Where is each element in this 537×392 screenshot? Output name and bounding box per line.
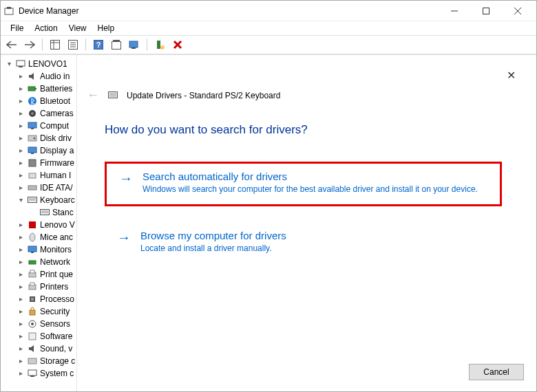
tree-node[interactable]: ▸Cameras [2,107,82,120]
expand-icon[interactable]: ▸ [17,308,25,316]
menu-view[interactable]: View [63,22,92,34]
expand-icon[interactable]: ▸ [17,160,25,167]
expand-icon[interactable]: ▸ [17,358,25,365]
tree-node[interactable]: ▸Storage c [2,355,82,367]
svg-point-29 [31,112,34,115]
menu-action[interactable]: Action [29,22,63,34]
maximize-button[interactable] [470,1,502,21]
tree-node[interactable]: ▸Sound, v [2,342,82,355]
device-category-icon [27,232,38,243]
show-hide-tree-button[interactable] [47,36,63,53]
dialog-back-button[interactable]: ← [87,88,99,102]
forward-button[interactable] [21,36,38,53]
add-legacy-hardware-button[interactable] [151,36,168,53]
computer-icon [15,58,26,69]
device-category-icon [27,170,38,181]
tree-node[interactable]: ▸Sensors [2,318,82,330]
uninstall-device-button[interactable] [169,36,186,53]
tree-leaf[interactable]: Stanc [2,206,82,219]
tree-root[interactable]: ▾ LENOVO1 [2,58,82,70]
expand-icon[interactable]: ▸ [17,184,25,192]
tree-node-label: Sensors [40,318,70,330]
device-category-icon [27,343,38,354]
tree-node[interactable]: ▸Security [2,305,82,318]
expand-icon[interactable]: ▸ [17,246,25,254]
tree-node[interactable]: ▸Mice anc [2,231,82,243]
tree-node[interactable]: ▸Batteries [2,83,82,95]
expand-icon[interactable]: ▸ [17,172,25,179]
tree-node-label: Comput [40,120,69,132]
expand-icon[interactable]: ▸ [17,259,25,266]
expand-icon[interactable]: ▸ [17,296,25,303]
device-tree[interactable]: ▾ LENOVO1 ▸Audio in▸Batteries▸Bluetoot▸C… [1,55,83,382]
collapse-icon[interactable]: ▾ [6,61,13,68]
expand-icon[interactable]: ▸ [17,110,25,118]
option-browse-computer[interactable]: → Browse my computer for drivers Locate … [105,223,502,263]
tree-node[interactable]: ▸Firmware [2,157,82,169]
tree-node[interactable]: ▸Printers [2,281,82,293]
scan-hardware-button[interactable] [126,36,143,53]
expand-icon[interactable]: ▸ [17,345,25,353]
expand-icon[interactable]: ▸ [17,234,25,241]
tree-node-label: Lenovo V [40,219,75,231]
tree-node[interactable]: ▸Display a [2,144,82,157]
dialog-footer: Cancel [469,364,524,380]
expand-icon[interactable]: ▸ [17,271,25,279]
tree-node[interactable]: ▸Audio in [2,70,82,83]
tree-node[interactable]: ▸Monitors [2,243,82,256]
dialog-body: How do you want to search for drivers? →… [77,102,536,263]
tree-node[interactable]: ▸Processo [2,293,82,305]
collapse-icon[interactable]: ▾ [17,197,25,204]
expand-icon[interactable]: ▸ [17,320,25,328]
menu-file[interactable]: File [5,22,29,34]
back-button[interactable] [3,36,20,53]
device-category-icon [27,281,38,292]
window-title: Device Manager [19,6,439,16]
tree-node[interactable]: ▸Print que [2,268,82,281]
arrow-right-icon: → [119,171,133,186]
expand-icon[interactable]: ▸ [17,221,25,229]
tree-node[interactable]: ▸Network [2,256,82,268]
svg-rect-31 [31,128,34,129]
dialog-close-button[interactable]: ✕ [507,69,516,82]
tree-node[interactable]: ▸Human I [2,169,82,182]
option-desc: Locate and install a driver manually. [140,243,489,254]
tree-node-label: Cameras [40,107,74,120]
tree-node-label: System c [40,367,74,380]
device-category-icon [27,83,38,94]
tree-node[interactable]: ▸Lenovo V [2,219,82,231]
device-category-icon [27,331,38,342]
minimize-button[interactable] [439,1,470,21]
action-icon[interactable] [108,36,125,53]
device-category-icon [27,195,38,206]
tree-node[interactable]: ▸Disk driv [2,132,82,144]
tree-leaf-label: Stanc [52,206,74,219]
expand-icon[interactable]: ▸ [17,122,25,130]
expand-icon[interactable]: ▸ [17,98,25,105]
menu-help[interactable]: Help [92,22,120,34]
tree-node[interactable]: ▸Comput [2,120,82,132]
tree-node-label: Sound, v [40,342,72,355]
tree-node[interactable]: ▸Software [2,330,82,342]
tree-node[interactable]: ▸Bluetoot [2,95,82,107]
tree-node[interactable]: ▸System c [2,367,82,380]
tree-node-label: Disk driv [40,132,72,144]
svg-text:?: ? [96,41,101,49]
tree-node[interactable]: ▾Keyboarc [2,194,82,206]
svg-rect-55 [31,298,34,301]
option-search-automatically[interactable]: → Search automatically for drivers Windo… [105,162,502,206]
properties-button[interactable] [65,36,81,53]
device-category-icon [27,157,38,168]
device-category-icon [27,145,38,156]
close-button[interactable] [502,1,534,21]
expand-icon[interactable]: ▸ [17,283,25,291]
expand-icon[interactable]: ▸ [17,135,25,142]
cancel-button[interactable]: Cancel [469,364,524,380]
tree-node[interactable]: ▸IDE ATA/ [2,182,82,194]
help-button[interactable]: ? [90,36,107,53]
expand-icon[interactable]: ▸ [17,333,25,340]
expand-icon[interactable]: ▸ [17,370,25,378]
expand-icon[interactable]: ▸ [17,147,25,155]
expand-icon[interactable]: ▸ [17,85,25,93]
expand-icon[interactable]: ▸ [17,73,25,80]
